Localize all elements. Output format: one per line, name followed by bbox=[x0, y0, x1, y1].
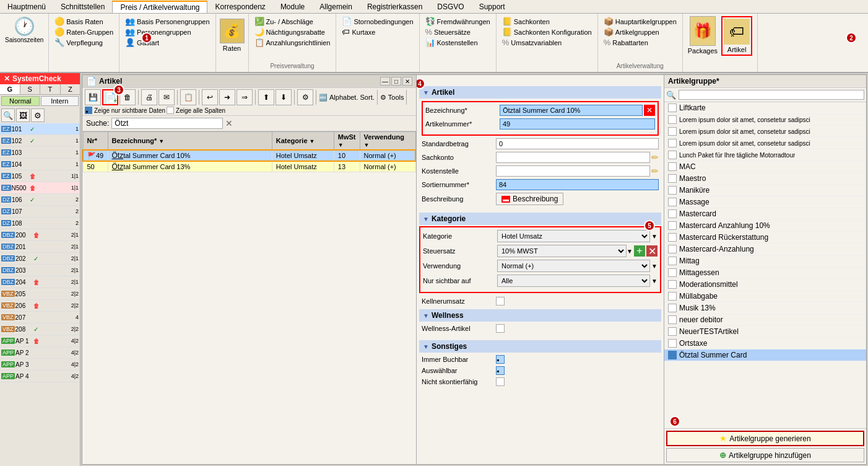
list-item[interactable]: EZ 105 🗑 1|1 bbox=[0, 170, 80, 182]
artikelgruppe-add-btn[interactable]: ⊕ Artikelgruppe hinzufügen bbox=[666, 448, 864, 462]
basis-personengruppen-btn[interactable]: 👥Basis Personengruppen bbox=[123, 16, 211, 27]
menu-support[interactable]: Support bbox=[472, 1, 513, 12]
kurtaxe-btn[interactable]: 🏷Kurtaxe bbox=[340, 27, 415, 37]
list-item[interactable]: DZ 106 ✓ 2 bbox=[0, 194, 80, 206]
hauptartikelgruppen-btn[interactable]: 📦Hauptartikelgruppen bbox=[602, 16, 679, 27]
list-item[interactable]: VBZ 207 4 bbox=[0, 312, 80, 323]
maximize-btn[interactable]: □ bbox=[391, 77, 401, 86]
show-visible-check[interactable]: ▪ Zeige nur sichtbare Daten bbox=[85, 107, 165, 114]
artgruppe-item[interactable]: Mastercard Anzahlung 10% bbox=[664, 220, 866, 232]
list-item[interactable]: VBZ 205 2|2 bbox=[0, 288, 80, 300]
artikelnummer-input[interactable] bbox=[500, 118, 655, 130]
anzahlungsrichtlinien-btn[interactable]: 📋Anzahlungsrichtlinien bbox=[253, 37, 332, 48]
table-row[interactable]: 🚩49 Ötztal Summer Card 10% Hotel Umsatz … bbox=[83, 150, 415, 161]
steuersatz-del-btn[interactable]: ✕ bbox=[646, 245, 658, 257]
table-row[interactable]: 50 Ötztal Summer Card 13% Hotel Umsatz 1… bbox=[83, 161, 415, 172]
sidebar-filter-icon[interactable]: 🖼 bbox=[16, 108, 30, 122]
sidebar-search-icon[interactable]: 🔍 bbox=[1, 108, 15, 122]
artikelgruppen-btn[interactable]: 📦Artikelgruppen bbox=[602, 27, 679, 37]
steuersaetze-btn[interactable]: %Steuersätze bbox=[423, 27, 492, 37]
raten-gruppen-btn[interactable]: 🟡Raten-Gruppen bbox=[53, 27, 115, 37]
system-check[interactable]: ✕ SystemCheck bbox=[0, 73, 80, 84]
sachkonten-btn[interactable]: 📒Sachkonten bbox=[500, 16, 594, 27]
tools-btn[interactable]: ⚙ Tools bbox=[380, 94, 404, 102]
artgruppe-item[interactable]: Mastercard-Anzahlung bbox=[664, 244, 866, 255]
artgruppe-item[interactable]: Manikϋre bbox=[664, 185, 866, 196]
stornobedingungen-btn[interactable]: 📄Stornobedingungen bbox=[340, 16, 415, 27]
forward-btn[interactable]: ➜ bbox=[219, 89, 235, 105]
menu-allgemein[interactable]: Allgemein bbox=[312, 1, 360, 12]
sachkonten-konfig-btn[interactable]: 📒Sachkonten Konfiguration bbox=[500, 27, 594, 37]
menu-schnittstellen[interactable]: Schnittstellen bbox=[53, 1, 112, 12]
list-item[interactable]: DZ 107 2 bbox=[0, 206, 80, 218]
alphabet-sort-btn[interactable]: 🔤 Alphabet. Sort. bbox=[319, 94, 375, 102]
artgruppe-item[interactable]: Ortstaxe bbox=[664, 338, 866, 350]
artgruppe-item[interactable]: Moderationsmittel bbox=[664, 279, 866, 291]
fremdwaehrungen-btn[interactable]: 💱Fremdwährungen bbox=[423, 16, 492, 27]
list-item[interactable]: DBZ 202 ✓ 2|1 bbox=[0, 253, 80, 265]
raten-btn[interactable]: 💰 Raten bbox=[220, 19, 245, 52]
artgruppe-item[interactable]: Mittagessen bbox=[664, 267, 866, 279]
list-item[interactable]: DBZ 204 🗑 2|1 bbox=[0, 276, 80, 288]
auswahlbar-checkbox[interactable]: ▪ bbox=[496, 366, 505, 375]
artgruppe-item[interactable]: Mastercard Rückerstattung bbox=[664, 232, 866, 244]
artgruppe-item[interactable]: Müllabgabe bbox=[664, 291, 866, 302]
tab-s[interactable]: S bbox=[20, 84, 41, 94]
minimize-btn[interactable]: — bbox=[380, 77, 390, 86]
artikelgruppe-generate-btn[interactable]: ★ Artikelgruppe generieren bbox=[666, 431, 864, 446]
artikel-section-header[interactable]: ▼ Artikel bbox=[419, 86, 661, 99]
search-clear-btn[interactable]: ✕ bbox=[225, 118, 233, 128]
artgruppe-item[interactable]: Maestro bbox=[664, 173, 866, 185]
artgruppe-item[interactable]: Lorem ipsum dolor sit amet, consetetur s… bbox=[664, 126, 866, 138]
sidebar-settings-icon[interactable]: ⚙ bbox=[31, 108, 45, 122]
artgruppe-item[interactable]: Lunch Paket für Ihre tägliche Motorradto… bbox=[664, 149, 866, 161]
steuersatz-select[interactable]: 10% MWST bbox=[497, 245, 627, 257]
kostenstelle-input[interactable] bbox=[496, 165, 650, 177]
tab-z[interactable]: Z bbox=[61, 84, 80, 94]
artgruppe-item[interactable]: neuer debitor bbox=[664, 314, 866, 326]
rabattarten-btn[interactable]: %Rabattarten bbox=[602, 37, 679, 48]
tab-t[interactable]: T bbox=[40, 84, 61, 94]
umsatzvariablen-btn[interactable]: %Umsatzvariablen bbox=[500, 37, 594, 48]
forward2-btn[interactable]: ⇒ bbox=[237, 89, 253, 105]
col-kategorie-filter-icon[interactable]: ▼ bbox=[310, 138, 315, 144]
show-all-cols-check[interactable]: Zeige alle Spalten bbox=[167, 107, 225, 114]
artgruppe-item[interactable]: Massage bbox=[664, 196, 866, 208]
artgruppe-item[interactable]: Lorem ipsum dolor sit amet, consetetur s… bbox=[664, 114, 866, 126]
col-bezeichnung-filter-icon[interactable]: ▼ bbox=[158, 138, 164, 144]
kostenstelle-edit-icon[interactable]: ✏ bbox=[651, 166, 659, 176]
undo-btn[interactable]: ↩ bbox=[202, 89, 218, 105]
list-item[interactable]: APP AP 4 4|2 bbox=[0, 371, 80, 382]
artikel-btn[interactable]: 🏷 Artikel bbox=[721, 16, 752, 56]
standardbetrag-input[interactable] bbox=[496, 138, 659, 149]
artgruppe-item[interactable]: MAC bbox=[664, 161, 866, 173]
close-btn[interactable]: ✕ bbox=[402, 77, 412, 86]
settings-btn[interactable]: ⚙ bbox=[297, 89, 313, 105]
nicht-skonto-checkbox[interactable] bbox=[496, 377, 505, 386]
list-item[interactable]: APP AP 2 4|2 bbox=[0, 347, 80, 359]
bezeichnung-input[interactable] bbox=[500, 105, 643, 116]
saisonszeiten-icon[interactable]: 🕐 bbox=[14, 16, 35, 37]
verpflegung-btn[interactable]: 🔧Verpflegung bbox=[53, 37, 115, 48]
list-item[interactable]: DZ 108 2 bbox=[0, 218, 80, 229]
personengruppen-btn[interactable]: 👥Personengruppen bbox=[123, 27, 211, 37]
tab-g[interactable]: G bbox=[0, 84, 20, 94]
mode-normal[interactable]: Normal bbox=[1, 96, 40, 106]
list-item[interactable]: EZ 103 1 bbox=[0, 147, 80, 159]
list-item[interactable]: EZ 104 1 bbox=[0, 159, 80, 170]
artikelgruppe-search-input[interactable] bbox=[679, 90, 864, 100]
list-item[interactable]: APP AP 1 🗑 4|2 bbox=[0, 335, 80, 347]
list-item[interactable]: DBZ 200 🗑 2|1 bbox=[0, 229, 80, 241]
artgruppe-item[interactable]: Mittag bbox=[664, 255, 866, 267]
kategorie-select[interactable]: Hotel Umsatz bbox=[497, 230, 650, 242]
wellness-artikel-checkbox[interactable] bbox=[496, 324, 505, 333]
verwendung-select[interactable]: Normal (+) bbox=[497, 260, 650, 272]
kostenstellen-btn[interactable]: 📊Kostenstellen bbox=[423, 37, 492, 48]
basis-raten-btn[interactable]: 🟡Basis Raten bbox=[53, 16, 115, 27]
show-visible-checkbox[interactable]: ▪ bbox=[85, 107, 92, 114]
menu-dsgvo[interactable]: DSGVO bbox=[430, 1, 471, 12]
sachkonto-edit-icon[interactable]: ✏ bbox=[651, 152, 659, 162]
show-all-cols-checkbox[interactable] bbox=[167, 107, 174, 114]
print-btn[interactable]: 🖨 bbox=[141, 89, 157, 105]
artgruppe-item[interactable]: Lorem ipsum dolor sit amet, consetetur s… bbox=[664, 138, 866, 149]
